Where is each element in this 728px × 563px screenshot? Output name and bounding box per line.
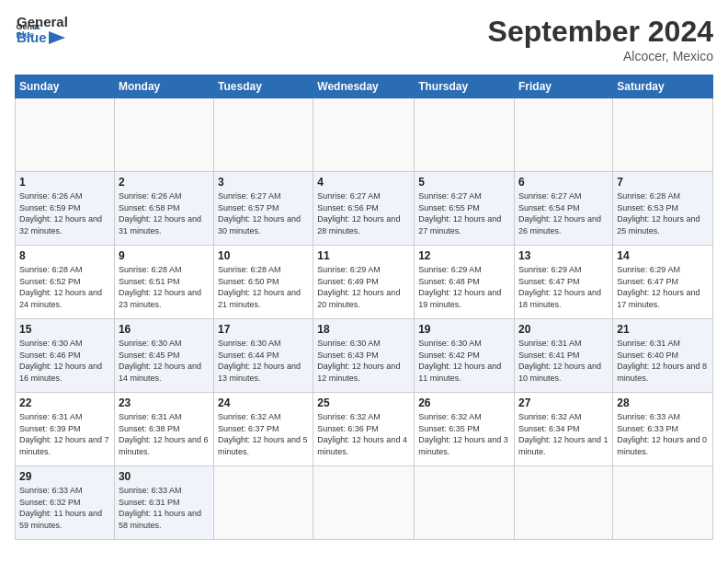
table-row: 19 Sunrise: 6:30 AMSunset: 6:42 PMDaylig… (415, 319, 515, 393)
day-number: 27 (518, 396, 609, 409)
table-row: 20 Sunrise: 6:31 AMSunset: 6:41 PMDaylig… (515, 319, 613, 393)
table-row: 3 Sunrise: 6:27 AMSunset: 6:57 PMDayligh… (214, 172, 313, 246)
table-row: 30 Sunrise: 6:33 AMSunset: 6:31 PMDaylig… (114, 466, 213, 540)
col-sunday: Sunday (16, 75, 115, 98)
day-number: 20 (518, 323, 609, 336)
col-friday: Friday (515, 75, 613, 98)
table-row: 16 Sunrise: 6:30 AMSunset: 6:45 PMDaylig… (114, 319, 213, 393)
day-info: Sunrise: 6:30 AMSunset: 6:44 PMDaylight:… (218, 338, 309, 384)
day-number: 8 (19, 249, 110, 262)
table-row: 1 Sunrise: 6:26 AMSunset: 6:59 PMDayligh… (16, 172, 115, 246)
day-number: 23 (119, 396, 210, 409)
day-number: 28 (617, 396, 709, 409)
day-number: 24 (218, 396, 309, 409)
day-info: Sunrise: 6:27 AMSunset: 6:55 PMDaylight:… (418, 190, 510, 236)
logo-arrow-icon (49, 31, 65, 44)
table-row: 18 Sunrise: 6:30 AMSunset: 6:43 PMDaylig… (313, 319, 415, 393)
table-row (415, 466, 515, 540)
day-number: 15 (19, 323, 110, 336)
table-row: 26 Sunrise: 6:32 AMSunset: 6:35 PMDaylig… (415, 393, 515, 466)
day-number: 16 (119, 323, 210, 336)
day-number: 2 (119, 176, 210, 189)
table-row: 21 Sunrise: 6:31 AMSunset: 6:40 PMDaylig… (613, 319, 713, 393)
day-info: Sunrise: 6:29 AMSunset: 6:47 PMDaylight:… (617, 264, 709, 310)
day-number: 13 (518, 249, 609, 262)
day-number: 18 (317, 323, 410, 336)
calendar-week-row: 15 Sunrise: 6:30 AMSunset: 6:46 PMDaylig… (16, 319, 713, 393)
table-row: 2 Sunrise: 6:26 AMSunset: 6:58 PMDayligh… (114, 172, 213, 246)
day-info: Sunrise: 6:30 AMSunset: 6:43 PMDaylight:… (317, 338, 410, 384)
table-row: 27 Sunrise: 6:32 AMSunset: 6:34 PMDaylig… (515, 393, 613, 466)
table-row: 22 Sunrise: 6:31 AMSunset: 6:39 PMDaylig… (16, 393, 115, 466)
day-info: Sunrise: 6:28 AMSunset: 6:50 PMDaylight:… (218, 264, 309, 310)
table-row: 24 Sunrise: 6:32 AMSunset: 6:37 PMDaylig… (214, 393, 313, 466)
day-number: 9 (119, 249, 210, 262)
table-row: 6 Sunrise: 6:27 AMSunset: 6:54 PMDayligh… (515, 172, 613, 246)
calendar-table: Sunday Monday Tuesday Wednesday Thursday… (15, 75, 713, 540)
day-number: 10 (218, 249, 309, 262)
logo-general-text: General (17, 15, 68, 30)
table-row (613, 466, 713, 540)
day-number: 7 (617, 176, 709, 189)
table-row: 25 Sunrise: 6:32 AMSunset: 6:36 PMDaylig… (313, 393, 415, 466)
day-info: Sunrise: 6:29 AMSunset: 6:49 PMDaylight:… (317, 264, 410, 310)
table-row: 14 Sunrise: 6:29 AMSunset: 6:47 PMDaylig… (613, 246, 713, 319)
table-row: 17 Sunrise: 6:30 AMSunset: 6:44 PMDaylig… (214, 319, 313, 393)
table-row (515, 98, 613, 172)
day-number: 17 (218, 323, 309, 336)
calendar-week-row: 8 Sunrise: 6:28 AMSunset: 6:52 PMDayligh… (16, 246, 713, 319)
day-info: Sunrise: 6:31 AMSunset: 6:39 PMDaylight:… (19, 411, 110, 457)
table-row (313, 98, 415, 172)
table-row (515, 466, 613, 540)
day-number: 5 (418, 176, 510, 189)
day-info: Sunrise: 6:28 AMSunset: 6:52 PMDaylight:… (19, 264, 110, 310)
col-saturday: Saturday (613, 75, 713, 98)
day-info: Sunrise: 6:31 AMSunset: 6:41 PMDaylight:… (518, 338, 609, 384)
day-info: Sunrise: 6:32 AMSunset: 6:37 PMDaylight:… (218, 411, 309, 457)
svg-marker-3 (49, 31, 65, 44)
table-row: 28 Sunrise: 6:33 AMSunset: 6:33 PMDaylig… (613, 393, 713, 466)
day-number: 4 (317, 176, 410, 189)
calendar-week-row: 1 Sunrise: 6:26 AMSunset: 6:59 PMDayligh… (16, 172, 713, 246)
table-row: 8 Sunrise: 6:28 AMSunset: 6:52 PMDayligh… (16, 246, 115, 319)
calendar-header-row: Sunday Monday Tuesday Wednesday Thursday… (16, 75, 713, 98)
day-info: Sunrise: 6:28 AMSunset: 6:51 PMDaylight:… (119, 264, 210, 310)
day-number: 1 (19, 176, 110, 189)
table-row: 5 Sunrise: 6:27 AMSunset: 6:55 PMDayligh… (415, 172, 515, 246)
day-info: Sunrise: 6:33 AMSunset: 6:33 PMDaylight:… (617, 411, 709, 457)
table-row: 11 Sunrise: 6:29 AMSunset: 6:49 PMDaylig… (313, 246, 415, 319)
table-row: 7 Sunrise: 6:28 AMSunset: 6:53 PMDayligh… (613, 172, 713, 246)
day-info: Sunrise: 6:27 AMSunset: 6:54 PMDaylight:… (518, 190, 609, 236)
table-row: 12 Sunrise: 6:29 AMSunset: 6:48 PMDaylig… (415, 246, 515, 319)
col-wednesday: Wednesday (313, 75, 415, 98)
calendar-week-row: 29 Sunrise: 6:33 AMSunset: 6:32 PMDaylig… (16, 466, 713, 540)
location-label: Alcocer, Mexico (488, 49, 713, 63)
day-number: 11 (317, 249, 410, 262)
table-row (214, 466, 313, 540)
day-info: Sunrise: 6:26 AMSunset: 6:58 PMDaylight:… (119, 190, 210, 236)
table-row: 10 Sunrise: 6:28 AMSunset: 6:50 PMDaylig… (214, 246, 313, 319)
table-row: 29 Sunrise: 6:33 AMSunset: 6:32 PMDaylig… (16, 466, 115, 540)
day-info: Sunrise: 6:32 AMSunset: 6:36 PMDaylight:… (317, 411, 410, 457)
day-number: 29 (19, 470, 110, 483)
table-row (613, 98, 713, 172)
day-number: 22 (19, 396, 110, 409)
calendar-week-row (16, 98, 713, 172)
day-number: 30 (119, 470, 210, 483)
day-info: Sunrise: 6:32 AMSunset: 6:35 PMDaylight:… (418, 411, 510, 457)
table-row: 15 Sunrise: 6:30 AMSunset: 6:46 PMDaylig… (16, 319, 115, 393)
logo-blue-text: Blue (17, 30, 68, 46)
table-row (16, 98, 115, 172)
day-info: Sunrise: 6:33 AMSunset: 6:31 PMDaylight:… (119, 485, 210, 531)
logo: General Blue General Blue (15, 15, 68, 45)
table-row: 23 Sunrise: 6:31 AMSunset: 6:38 PMDaylig… (114, 393, 213, 466)
day-info: Sunrise: 6:30 AMSunset: 6:42 PMDaylight:… (418, 338, 510, 384)
calendar-week-row: 22 Sunrise: 6:31 AMSunset: 6:39 PMDaylig… (16, 393, 713, 466)
day-info: Sunrise: 6:30 AMSunset: 6:45 PMDaylight:… (119, 338, 210, 384)
day-info: Sunrise: 6:28 AMSunset: 6:53 PMDaylight:… (617, 190, 709, 236)
day-info: Sunrise: 6:30 AMSunset: 6:46 PMDaylight:… (19, 338, 110, 384)
title-block: September 2024 Alcocer, Mexico (488, 15, 713, 63)
month-title: September 2024 (488, 15, 713, 49)
day-number: 3 (218, 176, 309, 189)
day-number: 14 (617, 249, 709, 262)
